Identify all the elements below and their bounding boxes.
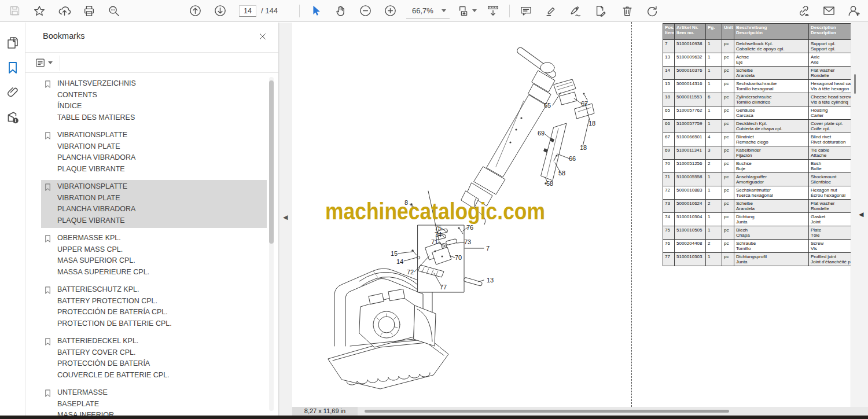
hand-tool-button[interactable] — [332, 3, 350, 19]
person-add-icon — [847, 4, 860, 17]
bookmark-label: BATTERIEDECKEL KPL.BATTERY COVER CPL.PRO… — [57, 336, 170, 381]
bookmark-icon — [43, 285, 52, 295]
cloud-upload-icon — [58, 4, 71, 17]
panel-title: Bookmarks — [43, 31, 85, 41]
close-panel-button[interactable] — [256, 30, 269, 43]
delete-pages-button[interactable] — [619, 3, 636, 19]
parts-table: Pos.ItemArtikel Nr.Item no.Pg.UnitBeschr… — [663, 23, 851, 266]
select-tool-button[interactable] — [307, 3, 325, 19]
plus-circle-icon — [384, 4, 397, 17]
table-row: 1351000096321pcAchseEjeAxleAxe — [663, 53, 851, 67]
part-number-label: 14 — [396, 258, 403, 265]
share-upload-button[interactable] — [56, 3, 73, 19]
next-page-button[interactable] — [211, 3, 229, 19]
part-number-label: 65 — [544, 102, 551, 109]
column-header: DescriptionDescription — [809, 24, 851, 40]
part-number-label: 7 — [486, 245, 490, 252]
parts-table-region: Pos.ItemArtikel Nr.Item no.Pg.UnitBeschr… — [663, 23, 851, 266]
bookmarks-panel-button[interactable] — [4, 59, 21, 76]
page-thumbnails-button[interactable] — [4, 34, 21, 52]
document-info-button[interactable] — [4, 109, 21, 126]
parts-table-head-row: Pos.ItemArtikel Nr.Item no.Pg.UnitBeschr… — [663, 24, 851, 40]
table-row: 7051000512562pcBuchseBujeBushBoîte — [663, 160, 851, 173]
column-header: Pg. — [706, 24, 722, 40]
bookmark-item[interactable]: BATTERIEDECKEL KPL.BATTERY COVER CPL.PRO… — [41, 335, 267, 383]
comment-button[interactable] — [517, 3, 535, 19]
bookmark-icon — [43, 388, 52, 398]
part-number-label: 13 — [487, 277, 494, 284]
star-button[interactable] — [31, 3, 48, 19]
envelope-icon — [822, 4, 836, 17]
zoom-in-button[interactable] — [382, 3, 399, 19]
part-number-label: 58 — [546, 180, 553, 187]
chevron-down-icon — [48, 61, 53, 64]
account-button[interactable] — [845, 3, 862, 19]
sidebar-collapse-strip: ◀ — [279, 23, 292, 416]
bookmark-icon — [43, 131, 52, 141]
email-button[interactable] — [820, 3, 837, 19]
bookmark-options-button[interactable] — [35, 57, 53, 68]
bookmarks-panel: Bookmarks INHALTSVERZEICHNISCONTENTSÍNDI… — [25, 23, 279, 416]
page-display-icon — [458, 5, 470, 17]
print-button[interactable] — [80, 3, 98, 19]
top-toolbar: 14 / 144 66,7% — [0, 0, 868, 22]
chevron-down-icon — [442, 9, 446, 12]
bookmark-icon — [43, 337, 52, 347]
bookmark-item[interactable]: VIBRATIONSPLATTEVIBRATION PLATEPLANCHA V… — [41, 128, 267, 177]
scrollbar-thumb[interactable] — [269, 80, 274, 244]
edit-page-button[interactable] — [592, 3, 609, 19]
vertical-scrollbar[interactable]: ◀ — [851, 22, 868, 416]
rotate-pages-button[interactable] — [643, 3, 661, 19]
previous-page-button[interactable] — [186, 3, 204, 19]
search-button[interactable] — [105, 3, 123, 19]
column-header: BeschreibungDescripción — [734, 24, 809, 40]
part-number-label: 15 — [391, 250, 398, 257]
page-down-icon — [214, 4, 227, 17]
bookmark-item[interactable]: OBERMASSE KPL.UPPER MASS CPL.MASA SUPERI… — [41, 231, 267, 280]
bookmark-item[interactable]: VIBRATIONSPLATTEVIBRATION PLATEPLANCHA V… — [41, 180, 267, 228]
bookmark-item[interactable]: UNTERMASSEBASEPLATEMASA INFERIORMASSE IN… — [41, 386, 267, 416]
table-row: 6951000113413pcKabelbinderFijaciónTie ca… — [663, 146, 851, 160]
table-row: 6551000577621pcGehäuseCarcasaHousingCart… — [663, 106, 851, 120]
sign-button[interactable] — [567, 3, 584, 19]
fit-width-icon — [487, 5, 499, 17]
share-link-button[interactable] — [795, 3, 812, 19]
save-button[interactable] — [6, 3, 23, 19]
collapse-sidebar-icon[interactable]: ◀ — [283, 214, 288, 221]
bookmarks-scrollbar[interactable] — [269, 77, 274, 411]
part-number-label: 72 — [407, 269, 414, 275]
comment-bubble-icon — [520, 5, 532, 17]
pdf-page-canvas[interactable]: machinecatalogic.com 8656718691866585875… — [292, 22, 851, 407]
bookmark-item[interactable]: BATTERIESCHUTZ KPL.BATTERY PROTECTION CP… — [41, 283, 267, 331]
toolbar-divider — [509, 5, 510, 17]
part-number-label: 8 — [404, 199, 408, 206]
page-size-label: 8,27 x 11,69 in — [292, 407, 358, 416]
close-icon — [258, 32, 267, 41]
zoom-level-control[interactable]: 66,7% — [406, 3, 450, 19]
scrollbar-thumb[interactable] — [854, 74, 856, 94]
horizontal-scrollbar[interactable] — [365, 410, 729, 413]
paperclip-icon — [6, 86, 20, 100]
page-number-input[interactable]: 14 — [239, 5, 256, 17]
bookmark-item[interactable]: INHALTSVERZEICHNISCONTENTSÍNDICETABLE DE… — [41, 77, 267, 125]
zoom-out-button[interactable] — [357, 3, 374, 19]
table-row: 7551000105051pcBlechChapaPlateTôle — [663, 226, 851, 240]
page-edit-icon — [594, 5, 607, 17]
page-display-mode-button[interactable] — [455, 3, 480, 19]
part-number-label: 71 — [431, 238, 438, 245]
fit-width-button[interactable] — [484, 3, 502, 19]
star-icon — [33, 5, 46, 17]
attachments-button[interactable] — [4, 84, 21, 101]
trash-icon — [621, 5, 634, 17]
highlight-button[interactable] — [542, 3, 560, 19]
part-number-label: 67 — [581, 100, 588, 107]
part-number-label: 69 — [538, 130, 545, 137]
table-row: 6651000577591pcDeckblech Kpl.Cubierta de… — [663, 120, 851, 133]
search-icon — [108, 5, 120, 17]
column-header: Unit — [722, 24, 734, 40]
os-taskbar-edge — [0, 416, 868, 419]
expand-tools-icon[interactable]: ◀ — [859, 211, 863, 218]
watermark: machinecatalogic.com — [325, 198, 545, 225]
part-number-label: 70 — [455, 254, 462, 261]
part-number-label: 18 — [580, 144, 587, 151]
